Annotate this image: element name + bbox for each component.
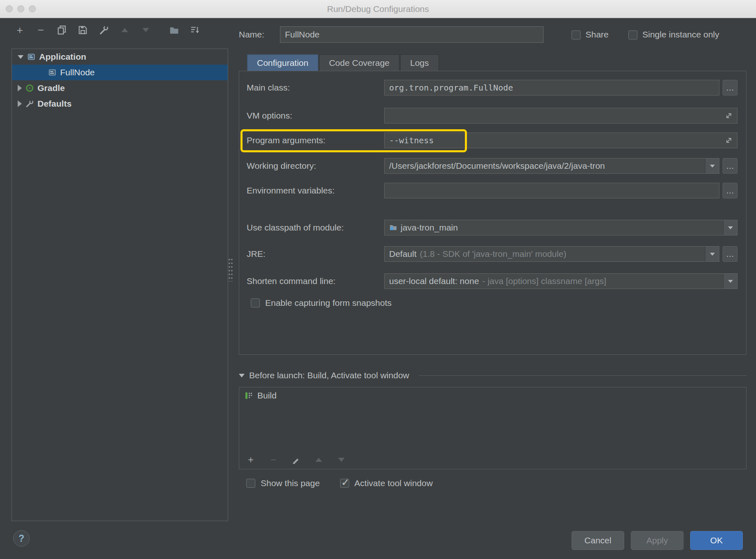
- environment-variables-browse-button[interactable]: …: [723, 183, 737, 198]
- before-launch-toolbar: + −: [245, 454, 347, 466]
- add-task-button[interactable]: +: [245, 454, 257, 466]
- tree-item-application[interactable]: Application: [12, 49, 228, 65]
- expand-field-icon[interactable]: [725, 112, 733, 119]
- jre-browse-button[interactable]: …: [723, 246, 737, 262]
- tree-item-defaults[interactable]: Defaults: [12, 96, 228, 112]
- edit-defaults-button[interactable]: [98, 24, 110, 36]
- before-launch-header[interactable]: Before launch: Build, Activate tool wind…: [239, 370, 747, 380]
- save-configuration-button[interactable]: [77, 24, 89, 36]
- copy-configuration-button[interactable]: [56, 24, 68, 36]
- expand-field-icon[interactable]: [725, 137, 733, 144]
- name-input[interactable]: [280, 26, 544, 43]
- main-class-label: Main class:: [247, 80, 290, 95]
- classpath-module-dropdown[interactable]: [723, 220, 737, 235]
- wrench-icon: [99, 25, 109, 35]
- main-class-field[interactable]: org.tron.program.FullNode: [384, 80, 719, 95]
- minimize-button[interactable]: [17, 5, 24, 12]
- chevron-down-icon: [710, 165, 715, 168]
- activate-tool-window-checkbox[interactable]: [340, 479, 349, 488]
- ok-button[interactable]: OK: [690, 531, 743, 550]
- sort-configurations-button[interactable]: [189, 24, 201, 36]
- tree-item-label: Defaults: [37, 99, 72, 109]
- close-button[interactable]: [6, 5, 13, 12]
- show-this-page-checkbox[interactable]: [246, 479, 255, 488]
- classpath-module-select[interactable]: java-tron_main: [384, 220, 737, 235]
- capture-form-snapshots-checkbox[interactable]: [251, 298, 260, 307]
- copy-icon: [57, 25, 67, 35]
- chevron-down-icon: [18, 55, 23, 59]
- shorten-command-line-select[interactable]: user-local default: none - java [options…: [384, 273, 737, 289]
- help-button[interactable]: ?: [13, 530, 30, 547]
- wrench-icon: [26, 100, 34, 108]
- zoom-button[interactable]: [29, 5, 36, 12]
- jre-dropdown[interactable]: [705, 247, 719, 261]
- run-configuration-icon: [48, 68, 56, 77]
- tree-item-fullnode[interactable]: FullNode: [12, 65, 228, 80]
- tree-item-gradle[interactable]: Gradle: [12, 80, 228, 96]
- list-item-label: Build: [257, 391, 277, 401]
- minus-icon: −: [271, 455, 276, 465]
- tree-item-label: Application: [39, 52, 86, 62]
- splitter-handle[interactable]: [228, 258, 233, 282]
- move-up-button[interactable]: [119, 24, 131, 36]
- move-task-up-button[interactable]: [313, 454, 324, 466]
- ellipsis-icon: …: [726, 161, 734, 171]
- enable-capturing-row: Enable capturing form snapshots: [251, 298, 392, 308]
- move-down-button[interactable]: [140, 24, 152, 36]
- program-arguments-field[interactable]: --witness: [384, 133, 737, 148]
- tree-item-label: FullNode: [60, 68, 95, 77]
- name-label: Name:: [239, 26, 264, 43]
- chevron-right-icon: [18, 100, 22, 107]
- working-directory-label: Working directory:: [247, 158, 316, 174]
- chevron-down-icon: [338, 458, 345, 462]
- share-label: Share: [586, 26, 609, 43]
- plus-icon: +: [16, 25, 23, 35]
- before-launch-title: Before launch: Build, Activate tool wind…: [249, 370, 409, 380]
- working-directory-field[interactable]: /Users/jackforest/Documents/workspace/ja…: [384, 158, 719, 174]
- shorten-command-line-label: Shorten command line:: [247, 273, 336, 289]
- single-instance-checkbox[interactable]: [628, 30, 637, 40]
- working-directory-browse-button[interactable]: …: [723, 158, 737, 174]
- edit-task-button[interactable]: [290, 454, 302, 466]
- configuration-panel: Main class: org.tron.program.FullNode … …: [239, 71, 747, 355]
- apply-button[interactable]: Apply: [631, 531, 684, 550]
- vm-options-field[interactable]: [384, 108, 737, 123]
- environment-variables-field[interactable]: [384, 183, 719, 198]
- working-directory-dropdown[interactable]: [705, 158, 719, 173]
- chevron-down-icon: [728, 280, 733, 283]
- titlebar: Run/Debug Configurations: [0, 0, 756, 18]
- jre-select[interactable]: Default (1.8 - SDK of 'java-tron_main' m…: [384, 246, 719, 262]
- run-debug-configurations-dialog: Run/Debug Configurations + − Application: [0, 0, 756, 559]
- list-item-build[interactable]: Build: [239, 387, 746, 401]
- main-class-browse-button[interactable]: …: [723, 80, 737, 95]
- remove-task-button[interactable]: −: [268, 454, 279, 466]
- folder-icon: [169, 25, 179, 35]
- minus-icon: −: [37, 25, 44, 35]
- tab-logs[interactable]: Logs: [400, 54, 439, 71]
- configuration-tabs: Configuration Code Coverage Logs: [247, 54, 439, 71]
- share-checkbox[interactable]: [572, 30, 581, 40]
- shorten-command-line-dropdown[interactable]: [723, 274, 737, 289]
- tab-code-coverage[interactable]: Code Coverage: [319, 54, 399, 71]
- chevron-down-icon: [710, 253, 715, 256]
- chevron-down-icon: [728, 226, 733, 229]
- configurations-toolbar: + −: [14, 23, 201, 37]
- module-icon: [389, 224, 397, 232]
- chevron-right-icon: [18, 85, 22, 91]
- divider: [419, 375, 747, 376]
- configurations-tree: Application FullNode Gradle Defaults: [12, 49, 228, 521]
- window-title: Run/Debug Configurations: [327, 4, 429, 14]
- classpath-module-label: Use classpath of module:: [247, 220, 344, 235]
- show-this-page-label: Show this page: [261, 478, 320, 488]
- remove-configuration-button[interactable]: −: [35, 24, 47, 36]
- move-task-down-button[interactable]: [336, 454, 347, 466]
- jre-label: JRE:: [247, 246, 266, 262]
- before-launch-list: Build + −: [239, 387, 747, 469]
- activate-tool-window-label: Activate tool window: [355, 478, 433, 488]
- tab-configuration[interactable]: Configuration: [247, 54, 318, 71]
- create-folder-button[interactable]: [168, 24, 180, 36]
- cancel-button[interactable]: Cancel: [572, 531, 624, 550]
- pencil-icon: [292, 456, 300, 464]
- add-configuration-button[interactable]: +: [14, 24, 26, 36]
- ellipsis-icon: …: [726, 249, 734, 259]
